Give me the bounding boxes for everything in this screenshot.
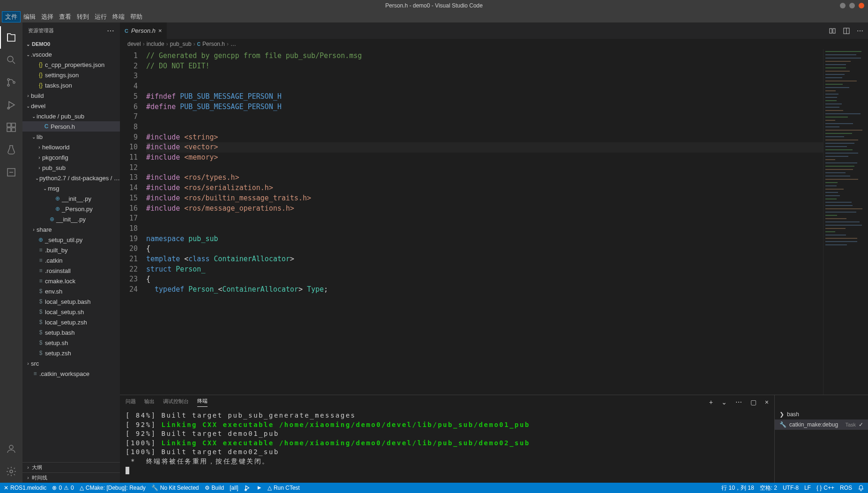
cmake-status[interactable]: △ CMake: [Debug]: Ready [80,485,146,491]
notifications-icon[interactable] [858,485,864,491]
tree-file[interactable]: ⊕_setup_util.py [22,235,120,245]
tree-file[interactable]: $local_setup.sh [22,307,120,317]
explorer-icon[interactable] [0,26,22,49]
panel-tab[interactable]: 问题 [126,398,136,407]
tree-folder[interactable]: ⌄include / pub_sub [22,111,120,121]
minimize-icon[interactable] [840,3,846,8]
problems-indicator[interactable]: ⊗0 ⚠0 [52,485,74,491]
eol-selector[interactable]: LF [804,485,811,491]
tree-file[interactable]: $setup.bash [22,327,120,338]
close-panel-icon[interactable]: × [765,398,769,406]
close-window-icon[interactable] [859,3,864,8]
terminal-item[interactable]: ❯bash [775,409,868,419]
tree-file[interactable]: ≡.rosinstall [22,265,120,276]
terminal-label: catkin_make:debug [789,421,838,428]
tree-file[interactable]: $setup.sh [22,338,120,348]
breadcrumb-item[interactable]: include [147,41,164,47]
tree-folder[interactable]: ⌄msg [22,183,120,193]
build-target[interactable]: [all] [230,485,238,491]
breadcrumb-item[interactable]: devel [127,41,141,47]
run-ctest[interactable]: △ Run CTest [267,485,300,491]
testing-icon[interactable] [0,139,22,161]
tree-file[interactable]: $local_setup.zsh [22,317,120,327]
breadcrumb-item[interactable]: pub_sub [170,41,192,47]
tree-folder[interactable]: ›share [22,224,120,235]
tree-folder[interactable]: ›pkgconfig [22,152,120,162]
maximize-icon[interactable] [849,3,855,8]
ros-icon[interactable] [0,161,22,184]
settings-gear-icon[interactable] [0,460,22,483]
timeline-section[interactable]: › 时间线 [22,472,120,483]
tree-file[interactable]: ⊕__init__.py [22,193,120,204]
tree-file[interactable]: ⊕_Person.py [22,204,120,214]
panel-tab[interactable]: 终端 [197,397,208,407]
tree-file[interactable]: {}c_cpp_properties.json [22,59,120,70]
terminal[interactable]: [ 84%] Built target pub_sub_generate_mes… [120,409,774,483]
tree-folder[interactable]: ›helloworld [22,142,120,152]
close-tab-icon[interactable]: × [158,27,162,34]
tree-file[interactable]: ≡cmake.lock [22,276,120,286]
tree-file[interactable]: $env.sh [22,286,120,296]
tree-folder[interactable]: ›build [22,90,120,101]
menu-item[interactable]: 选择 [38,12,56,22]
menu-item[interactable]: 文件 [2,11,21,22]
tree-file[interactable]: ≡.catkin_workspace [22,368,120,379]
sidebar-more-icon[interactable]: ⋯ [107,26,114,35]
accounts-icon[interactable] [0,438,22,460]
maximize-panel-icon[interactable]: ▢ [750,398,757,406]
kit-selector[interactable]: 🔧 No Kit Selected [151,485,199,491]
tree-file[interactable]: $setup.zsh [22,348,120,358]
tree-file[interactable]: {}tasks.json [22,80,120,90]
terminal-item[interactable]: 🔧catkin_make:debugTask✓ [775,419,868,430]
breadcrumb-item[interactable]: … [230,41,236,47]
panel-tab[interactable]: 输出 [144,398,155,407]
indent-selector[interactable]: 空格: 2 [760,484,777,492]
panel-more-icon[interactable]: ⋯ [735,398,742,406]
tree-folder[interactable]: ⌄devel [22,101,120,111]
tree-file[interactable]: $local_setup.bash [22,296,120,307]
minimap[interactable] [823,49,868,395]
debug-launch-icon[interactable] [244,485,251,491]
code[interactable]: // Generated by gencpp from file pub_sub… [146,49,823,395]
tree-file[interactable]: ⊕__init__.py [22,214,120,224]
build-button[interactable]: ⚙ Build [205,485,224,491]
editor-more-icon[interactable]: ⋯ [857,27,863,35]
tab-person-h[interactable]: C Person.h × [120,22,167,39]
search-icon[interactable] [0,49,22,71]
tree-file[interactable]: ≡.built_by [22,245,120,255]
breadcrumb-item[interactable]: Person.h [202,41,225,47]
tree-file[interactable]: CPerson.h [22,121,120,132]
tree-folder[interactable]: ⌄.vscode [22,49,120,59]
tree-folder[interactable]: ⌄lib [22,132,120,142]
editor-body[interactable]: 123456789101112131415161718192021222324 … [120,49,868,395]
menu-item[interactable]: 编辑 [21,12,38,22]
remote-icon: ✕ [4,485,8,491]
panel-tab[interactable]: 调试控制台 [163,398,189,407]
tree-file[interactable]: {}settings.json [22,70,120,80]
encoding-selector[interactable]: UTF-8 [783,485,799,491]
tree-folder[interactable]: ›pub_sub [22,162,120,173]
source-control-icon[interactable] [0,71,22,94]
breadcrumbs[interactable]: devel›include›pub_sub›CPerson.h›… [120,39,868,49]
project-section[interactable]: ⌄ DEMO0 [22,39,120,49]
cursor-position[interactable]: 行 10，列 18 [721,484,754,492]
menu-item[interactable]: 终端 [110,12,127,22]
tree-folder[interactable]: ⌄python2.7 / dist-packages / … [22,173,120,183]
run-launch-icon[interactable] [256,485,262,491]
tree-file[interactable]: ≡.catkin [22,255,120,265]
outline-section[interactable]: › 大纲 [22,462,120,472]
ros-status[interactable]: ROS [840,485,852,491]
terminal-dropdown-icon[interactable]: ⌄ [721,398,727,406]
remote-indicator[interactable]: ✕ ROS1.melodic [4,485,46,491]
menu-item[interactable]: 运行 [92,12,110,22]
extensions-icon[interactable] [0,116,22,139]
new-terminal-icon[interactable]: + [709,398,713,406]
tree-folder[interactable]: ›src [22,358,120,368]
menu-item[interactable]: 查看 [56,12,74,22]
menu-item[interactable]: 转到 [74,12,92,22]
compare-icon[interactable] [829,27,836,35]
split-editor-icon[interactable] [843,27,850,35]
language-mode[interactable]: { } C++ [816,485,834,491]
menu-item[interactable]: 帮助 [127,12,145,22]
run-debug-icon[interactable] [0,94,22,116]
